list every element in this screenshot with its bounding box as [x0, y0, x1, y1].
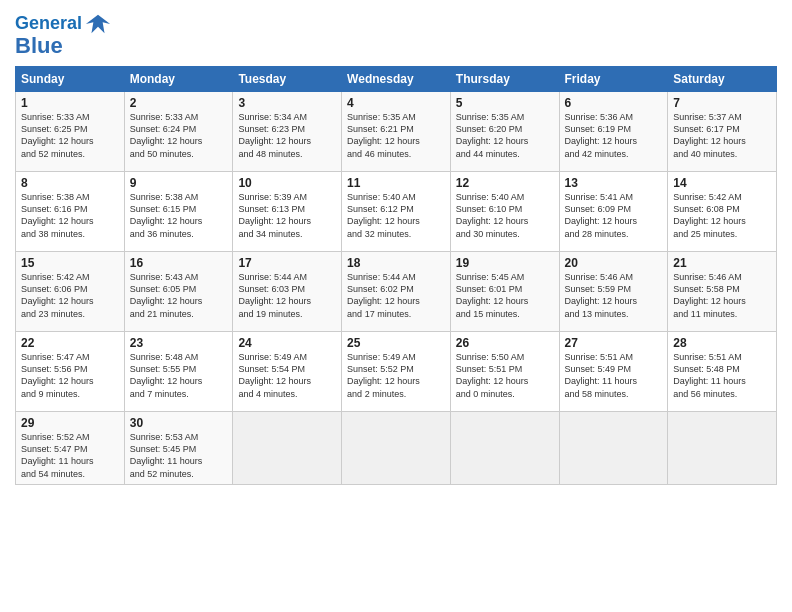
calendar-cell: 11Sunrise: 5:40 AMSunset: 6:12 PMDayligh…: [342, 172, 451, 252]
day-info: Sunrise: 5:47 AMSunset: 5:56 PMDaylight:…: [21, 352, 94, 398]
calendar-cell: 30Sunrise: 5:53 AMSunset: 5:45 PMDayligh…: [124, 412, 233, 485]
day-info: Sunrise: 5:33 AMSunset: 6:25 PMDaylight:…: [21, 112, 94, 158]
day-info: Sunrise: 5:51 AMSunset: 5:49 PMDaylight:…: [565, 352, 638, 398]
day-number: 6: [565, 96, 663, 110]
weekday-header-monday: Monday: [124, 67, 233, 92]
calendar-row-5: 29Sunrise: 5:52 AMSunset: 5:47 PMDayligh…: [16, 412, 777, 485]
day-info: Sunrise: 5:38 AMSunset: 6:15 PMDaylight:…: [130, 192, 203, 238]
calendar-cell: 8Sunrise: 5:38 AMSunset: 6:16 PMDaylight…: [16, 172, 125, 252]
day-number: 29: [21, 416, 119, 430]
day-info: Sunrise: 5:44 AMSunset: 6:02 PMDaylight:…: [347, 272, 420, 318]
day-info: Sunrise: 5:51 AMSunset: 5:48 PMDaylight:…: [673, 352, 746, 398]
day-info: Sunrise: 5:38 AMSunset: 6:16 PMDaylight:…: [21, 192, 94, 238]
calendar-cell: 22Sunrise: 5:47 AMSunset: 5:56 PMDayligh…: [16, 332, 125, 412]
calendar-cell: 6Sunrise: 5:36 AMSunset: 6:19 PMDaylight…: [559, 92, 668, 172]
day-info: Sunrise: 5:49 AMSunset: 5:52 PMDaylight:…: [347, 352, 420, 398]
day-number: 2: [130, 96, 228, 110]
weekday-header-friday: Friday: [559, 67, 668, 92]
day-number: 14: [673, 176, 771, 190]
day-info: Sunrise: 5:37 AMSunset: 6:17 PMDaylight:…: [673, 112, 746, 158]
day-number: 27: [565, 336, 663, 350]
calendar-cell: 20Sunrise: 5:46 AMSunset: 5:59 PMDayligh…: [559, 252, 668, 332]
day-info: Sunrise: 5:33 AMSunset: 6:24 PMDaylight:…: [130, 112, 203, 158]
day-info: Sunrise: 5:53 AMSunset: 5:45 PMDaylight:…: [130, 432, 203, 478]
day-number: 21: [673, 256, 771, 270]
calendar-row-1: 1Sunrise: 5:33 AMSunset: 6:25 PMDaylight…: [16, 92, 777, 172]
logo-blue-text: Blue: [15, 34, 63, 58]
logo-text: General: [15, 14, 82, 34]
day-info: Sunrise: 5:40 AMSunset: 6:10 PMDaylight:…: [456, 192, 529, 238]
calendar-cell: 14Sunrise: 5:42 AMSunset: 6:08 PMDayligh…: [668, 172, 777, 252]
weekday-header-saturday: Saturday: [668, 67, 777, 92]
calendar-cell: 29Sunrise: 5:52 AMSunset: 5:47 PMDayligh…: [16, 412, 125, 485]
calendar-cell: 25Sunrise: 5:49 AMSunset: 5:52 PMDayligh…: [342, 332, 451, 412]
calendar-cell: 12Sunrise: 5:40 AMSunset: 6:10 PMDayligh…: [450, 172, 559, 252]
day-number: 4: [347, 96, 445, 110]
day-info: Sunrise: 5:41 AMSunset: 6:09 PMDaylight:…: [565, 192, 638, 238]
day-info: Sunrise: 5:43 AMSunset: 6:05 PMDaylight:…: [130, 272, 203, 318]
day-info: Sunrise: 5:46 AMSunset: 5:58 PMDaylight:…: [673, 272, 746, 318]
day-number: 7: [673, 96, 771, 110]
day-number: 23: [130, 336, 228, 350]
weekday-header-row: SundayMondayTuesdayWednesdayThursdayFrid…: [16, 67, 777, 92]
day-number: 17: [238, 256, 336, 270]
calendar-cell: 18Sunrise: 5:44 AMSunset: 6:02 PMDayligh…: [342, 252, 451, 332]
day-info: Sunrise: 5:46 AMSunset: 5:59 PMDaylight:…: [565, 272, 638, 318]
day-number: 1: [21, 96, 119, 110]
day-info: Sunrise: 5:35 AMSunset: 6:20 PMDaylight:…: [456, 112, 529, 158]
calendar-row-3: 15Sunrise: 5:42 AMSunset: 6:06 PMDayligh…: [16, 252, 777, 332]
calendar-cell: 13Sunrise: 5:41 AMSunset: 6:09 PMDayligh…: [559, 172, 668, 252]
calendar-cell: 23Sunrise: 5:48 AMSunset: 5:55 PMDayligh…: [124, 332, 233, 412]
day-number: 12: [456, 176, 554, 190]
calendar-cell: 15Sunrise: 5:42 AMSunset: 6:06 PMDayligh…: [16, 252, 125, 332]
calendar-cell: 21Sunrise: 5:46 AMSunset: 5:58 PMDayligh…: [668, 252, 777, 332]
calendar-row-4: 22Sunrise: 5:47 AMSunset: 5:56 PMDayligh…: [16, 332, 777, 412]
weekday-header-sunday: Sunday: [16, 67, 125, 92]
weekday-header-thursday: Thursday: [450, 67, 559, 92]
day-info: Sunrise: 5:48 AMSunset: 5:55 PMDaylight:…: [130, 352, 203, 398]
day-number: 8: [21, 176, 119, 190]
calendar-row-2: 8Sunrise: 5:38 AMSunset: 6:16 PMDaylight…: [16, 172, 777, 252]
day-number: 22: [21, 336, 119, 350]
day-number: 3: [238, 96, 336, 110]
page-container: General Blue SundayMondayTuesdayWednesda…: [0, 0, 792, 495]
day-number: 24: [238, 336, 336, 350]
day-number: 10: [238, 176, 336, 190]
calendar-cell: 2Sunrise: 5:33 AMSunset: 6:24 PMDaylight…: [124, 92, 233, 172]
day-number: 15: [21, 256, 119, 270]
day-number: 26: [456, 336, 554, 350]
calendar-cell: 19Sunrise: 5:45 AMSunset: 6:01 PMDayligh…: [450, 252, 559, 332]
day-number: 30: [130, 416, 228, 430]
day-number: 19: [456, 256, 554, 270]
calendar-cell: 28Sunrise: 5:51 AMSunset: 5:48 PMDayligh…: [668, 332, 777, 412]
day-number: 20: [565, 256, 663, 270]
calendar-cell: [450, 412, 559, 485]
day-info: Sunrise: 5:35 AMSunset: 6:21 PMDaylight:…: [347, 112, 420, 158]
calendar-cell: [668, 412, 777, 485]
day-info: Sunrise: 5:40 AMSunset: 6:12 PMDaylight:…: [347, 192, 420, 238]
logo: General Blue: [15, 10, 112, 58]
weekday-header-wednesday: Wednesday: [342, 67, 451, 92]
day-info: Sunrise: 5:42 AMSunset: 6:06 PMDaylight:…: [21, 272, 94, 318]
calendar-table: SundayMondayTuesdayWednesdayThursdayFrid…: [15, 66, 777, 485]
day-number: 11: [347, 176, 445, 190]
day-info: Sunrise: 5:52 AMSunset: 5:47 PMDaylight:…: [21, 432, 94, 478]
day-info: Sunrise: 5:34 AMSunset: 6:23 PMDaylight:…: [238, 112, 311, 158]
day-number: 5: [456, 96, 554, 110]
day-info: Sunrise: 5:42 AMSunset: 6:08 PMDaylight:…: [673, 192, 746, 238]
calendar-cell: 27Sunrise: 5:51 AMSunset: 5:49 PMDayligh…: [559, 332, 668, 412]
calendar-cell: [233, 412, 342, 485]
calendar-cell: 3Sunrise: 5:34 AMSunset: 6:23 PMDaylight…: [233, 92, 342, 172]
calendar-cell: 10Sunrise: 5:39 AMSunset: 6:13 PMDayligh…: [233, 172, 342, 252]
calendar-cell: 1Sunrise: 5:33 AMSunset: 6:25 PMDaylight…: [16, 92, 125, 172]
weekday-header-tuesday: Tuesday: [233, 67, 342, 92]
calendar-cell: [342, 412, 451, 485]
day-number: 28: [673, 336, 771, 350]
day-info: Sunrise: 5:45 AMSunset: 6:01 PMDaylight:…: [456, 272, 529, 318]
calendar-cell: 4Sunrise: 5:35 AMSunset: 6:21 PMDaylight…: [342, 92, 451, 172]
day-info: Sunrise: 5:36 AMSunset: 6:19 PMDaylight:…: [565, 112, 638, 158]
header: General Blue: [15, 10, 777, 58]
day-number: 9: [130, 176, 228, 190]
day-number: 16: [130, 256, 228, 270]
day-info: Sunrise: 5:50 AMSunset: 5:51 PMDaylight:…: [456, 352, 529, 398]
